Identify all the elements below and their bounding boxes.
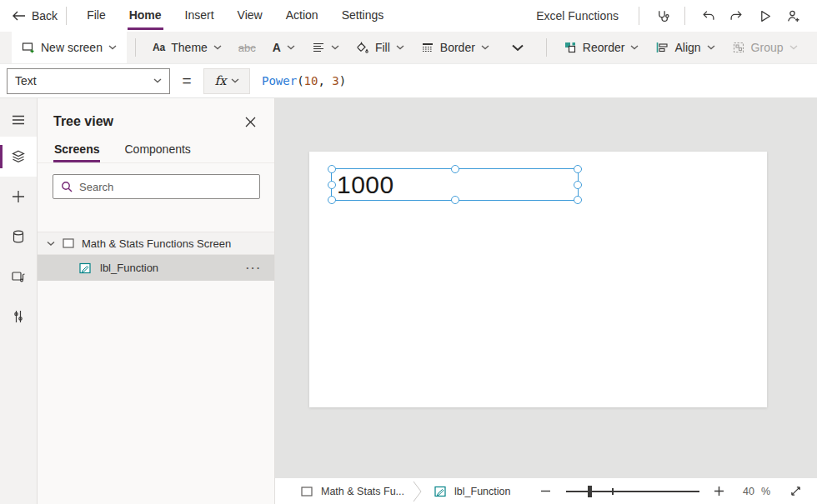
- chevron-down-icon: [213, 45, 222, 50]
- rail-media-button[interactable]: [0, 257, 37, 297]
- redo-button[interactable]: [722, 3, 750, 28]
- border-dropdown[interactable]: Border: [413, 32, 498, 63]
- new-screen-icon: [22, 41, 35, 54]
- content-area: Tree view Screens Components App: [0, 98, 817, 504]
- selection-handle-sw[interactable]: [328, 196, 336, 204]
- chevron-down-icon: [47, 241, 55, 247]
- tab-screens[interactable]: Screens: [53, 141, 100, 162]
- breadcrumb-screen[interactable]: Math & Stats Fu...: [275, 485, 413, 498]
- fill-dropdown[interactable]: Fill: [348, 32, 413, 63]
- more-options-button[interactable]: ···: [246, 262, 262, 274]
- fit-to-window-button[interactable]: [787, 483, 804, 500]
- tree-view-panel: Tree view Screens Components App: [38, 98, 275, 504]
- property-selector[interactable]: Text: [7, 68, 170, 94]
- strikethrough-button[interactable]: abc: [230, 32, 264, 63]
- selected-control[interactable]: 1000: [331, 168, 579, 201]
- formula-arg2: 3: [332, 74, 338, 87]
- chevron-down-icon: [287, 45, 295, 50]
- menu-file[interactable]: File: [75, 0, 118, 32]
- menu-settings[interactable]: Settings: [330, 0, 396, 32]
- rail-selected-indicator: [0, 145, 3, 168]
- tree-view-header: Tree view: [38, 98, 274, 141]
- menu-action[interactable]: Action: [274, 0, 330, 32]
- undo-icon: [701, 9, 715, 23]
- rail-insert-button[interactable]: [0, 177, 37, 217]
- rail-advanced-tools-button[interactable]: [0, 297, 37, 337]
- back-arrow-icon: [12, 10, 26, 22]
- zoom-controls: 40 %: [538, 483, 817, 500]
- selection-handle-s[interactable]: [451, 196, 459, 204]
- chevron-down-icon: [630, 45, 639, 50]
- media-icon: [11, 269, 26, 284]
- theme-dropdown[interactable]: Aa Theme: [144, 32, 230, 63]
- label-control-icon: [434, 485, 447, 498]
- top-bar: Back File Home Insert View Action Settin…: [0, 0, 817, 32]
- text-align-icon: [312, 41, 325, 54]
- reorder-dropdown[interactable]: Reorder: [555, 32, 648, 63]
- canvas-area[interactable]: 1000 Math & Stats Fu...: [275, 98, 817, 504]
- selection-handle-n[interactable]: [451, 165, 459, 173]
- reorder-label: Reorder: [583, 41, 625, 54]
- zoom-in-button[interactable]: [711, 483, 728, 500]
- theme-label: Theme: [171, 41, 208, 54]
- zoom-value: 40: [743, 486, 754, 497]
- play-icon: [758, 9, 772, 23]
- zoom-slider-thumb[interactable]: [588, 486, 592, 497]
- divider: [639, 7, 639, 25]
- chevron-down-icon: [331, 45, 339, 50]
- fill-bucket-icon: [356, 41, 369, 54]
- text-align-dropdown[interactable]: [303, 32, 348, 63]
- close-panel-button[interactable]: [239, 111, 261, 132]
- zoom-slider[interactable]: [566, 485, 699, 498]
- sliders-icon: [11, 309, 26, 324]
- zoom-percentage: 40 %: [743, 486, 770, 497]
- equals-sign: =: [170, 72, 203, 90]
- rail-hamburger-button[interactable]: [0, 103, 37, 137]
- font-color-dropdown[interactable]: A: [264, 32, 303, 63]
- selection-handle-w[interactable]: [328, 181, 336, 189]
- formula-input[interactable]: Power(10, 3): [262, 74, 346, 87]
- more-formatting-button[interactable]: [498, 32, 538, 63]
- redo-icon: [729, 9, 744, 23]
- tree-item-control[interactable]: lbl_Function ···: [38, 255, 274, 281]
- selection-handle-e[interactable]: [574, 181, 582, 189]
- selection-handle-ne[interactable]: [574, 165, 582, 173]
- zoom-slider-track[interactable]: [566, 491, 699, 492]
- selection-handle-se[interactable]: [574, 196, 582, 204]
- group-dropdown[interactable]: Group: [724, 32, 806, 63]
- menu-insert[interactable]: Insert: [173, 0, 226, 32]
- back-button[interactable]: Back: [12, 9, 58, 22]
- menu-home[interactable]: Home: [118, 0, 173, 32]
- screen-icon: [62, 237, 75, 250]
- menu-view[interactable]: View: [226, 0, 274, 32]
- share-button[interactable]: [779, 3, 807, 28]
- selection-handle-nw[interactable]: [328, 165, 336, 173]
- search-box[interactable]: [53, 174, 260, 199]
- breadcrumb-control-label: lbl_Function: [454, 486, 510, 497]
- zoom-out-button[interactable]: [538, 483, 554, 500]
- fx-dropdown[interactable]: fx: [203, 68, 250, 94]
- new-screen-button[interactable]: New screen: [12, 32, 127, 63]
- app-checker-button[interactable]: [648, 3, 676, 28]
- undo-button[interactable]: [694, 3, 722, 28]
- divider: [546, 38, 547, 57]
- tree-item-screen[interactable]: Math & Stats Functions Screen: [38, 232, 274, 255]
- preview-button[interactable]: [750, 3, 779, 28]
- property-selected-value: Text: [15, 74, 37, 87]
- back-label: Back: [32, 9, 58, 22]
- new-screen-label: New screen: [41, 41, 103, 54]
- breadcrumb-control[interactable]: lbl_Function: [422, 485, 519, 498]
- tree-view-layers-icon: [11, 149, 26, 164]
- tab-components[interactable]: Components: [123, 141, 191, 162]
- rail-tree-view-button[interactable]: [0, 137, 37, 177]
- search-input[interactable]: [79, 181, 252, 193]
- status-bar: Math & Stats Fu... lbl_Function: [275, 477, 817, 504]
- chevron-down-icon: [789, 45, 798, 50]
- formula-bar: Text = fx Power(10, 3): [0, 63, 817, 98]
- rail-data-button[interactable]: [0, 217, 37, 257]
- chevron-down-icon: [481, 45, 489, 50]
- screen-artboard[interactable]: 1000: [309, 152, 767, 407]
- chevron-down-icon: [108, 45, 117, 50]
- align-dropdown[interactable]: Align: [647, 32, 723, 63]
- fx-icon: fx: [214, 73, 226, 88]
